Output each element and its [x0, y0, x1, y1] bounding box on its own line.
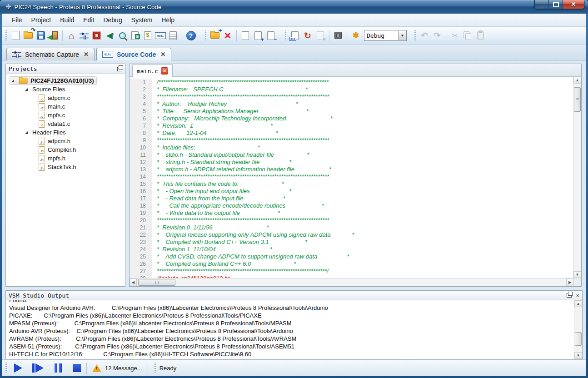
output-scroll-thumb[interactable]	[575, 332, 582, 346]
play-button[interactable]	[14, 362, 22, 374]
window-title: PIC24 Speech - Proteus 8 Professional - …	[15, 4, 162, 10]
tree-item-compiler-h[interactable]: .hCompiler.h	[6, 145, 125, 154]
stop-button[interactable]	[73, 362, 81, 374]
line-number: 23	[130, 239, 148, 246]
tree-item-mpfs-c[interactable]: .cmpfs.c	[6, 111, 125, 119]
menu-build[interactable]: Build	[55, 15, 79, 25]
file-tab-main-c[interactable]: main.c ✕	[132, 65, 173, 77]
save-design-icon[interactable]	[35, 30, 47, 42]
help-icon[interactable]: ?	[184, 30, 197, 42]
close-tab-icon[interactable]: ✕	[84, 51, 89, 58]
float-panel-icon[interactable]	[117, 67, 122, 71]
tree-item-mpfs-h[interactable]: .hmpfs.h	[6, 154, 125, 163]
clean-project-icon[interactable]: ✕	[314, 30, 327, 42]
tree-item-adpcm-c[interactable]: .cadpcm.c	[6, 94, 125, 102]
tree-item-main-c[interactable]: .cmain.c	[6, 102, 125, 111]
undo-icon[interactable]: ↶	[418, 30, 431, 42]
chevron-down-icon[interactable]: ▼	[398, 31, 406, 40]
maximize-button[interactable]	[549, 0, 563, 9]
fold-margin	[148, 275, 152, 278]
close-output-panel-icon[interactable]: ✕	[576, 292, 579, 298]
tree-item-source-files[interactable]: Source Files	[6, 85, 125, 94]
open-design-icon[interactable]: ↷	[22, 30, 35, 42]
schematic-capture-icon	[12, 50, 21, 58]
tree-item-stacktsk-h[interactable]: .hStackTsk.h	[6, 163, 125, 171]
scroll-up-icon[interactable]: ▲	[573, 77, 581, 84]
statusbar-separator	[86, 363, 87, 374]
vertical-scroll-thumb[interactable]	[574, 87, 581, 112]
home-icon[interactable]: ⌂	[65, 30, 78, 42]
code-line: 7* Revision: 1 *	[130, 122, 573, 129]
code-area[interactable]: 1/**************************************…	[130, 77, 573, 278]
code-line: 18* - Call the appropriate encode/decode…	[130, 202, 573, 209]
close-button[interactable]: ✕	[563, 0, 584, 9]
menu-project[interactable]: Project	[27, 15, 56, 25]
scroll-left-icon[interactable]: ◀	[130, 279, 137, 286]
scroll-down-icon[interactable]: ▼	[573, 271, 581, 278]
menu-help[interactable]: Help	[157, 15, 179, 25]
source-code-icon[interactable]: 0101	[154, 30, 167, 42]
tab-source-code[interactable]: 0101Source Code✕	[96, 48, 171, 60]
tab-schematic-capture[interactable]: Schematic Capture✕	[6, 48, 95, 60]
design-notes-icon[interactable]	[167, 30, 179, 42]
step-button[interactable]	[32, 362, 44, 374]
output-scroll-down-icon[interactable]: ▼	[574, 352, 582, 359]
code-text: * stdio.h - Standard input/output header…	[152, 151, 309, 159]
line-number: 5	[130, 108, 148, 115]
menu-edit[interactable]: Edit	[79, 15, 99, 25]
fold-margin	[148, 188, 152, 195]
scroll-right-icon[interactable]: ▶	[566, 279, 573, 286]
new-file-icon[interactable]	[239, 30, 252, 42]
tree-item-adpcm-h[interactable]: .hadpcm.h	[6, 137, 125, 145]
panel-splitter[interactable]	[2, 287, 586, 290]
output-vertical-scrollbar[interactable]: ▲ ▼	[574, 300, 582, 359]
horizontal-scroll-thumb[interactable]	[138, 279, 175, 286]
float-output-panel-icon[interactable]	[567, 293, 572, 298]
add-project-icon[interactable]: +	[209, 30, 221, 42]
tree-item-vdata1-c[interactable]: .cvdata1.c	[6, 119, 125, 128]
processor-icon[interactable]	[332, 30, 344, 42]
remove-file-icon[interactable]: −	[264, 30, 277, 42]
code-text: * Include files: *	[152, 144, 260, 151]
expander-icon[interactable]	[25, 88, 28, 91]
copy-icon[interactable]	[461, 30, 474, 42]
toolbar-separator	[347, 30, 347, 41]
editor-vertical-scrollbar[interactable]: ▲ ▼	[573, 77, 581, 278]
expander-icon[interactable]	[25, 131, 28, 134]
tree-item-header-files[interactable]: Header Files	[6, 128, 125, 137]
pause-button[interactable]	[54, 362, 63, 374]
code-line: 3***************************************…	[130, 93, 573, 100]
output-scroll-up-icon[interactable]: ▲	[574, 300, 582, 307]
line-number: 17	[130, 195, 148, 202]
settings-icon[interactable]: ✱	[349, 30, 362, 42]
add-file-icon[interactable]: +	[252, 30, 264, 42]
menu-debug[interactable]: Debug	[99, 15, 126, 25]
close-tab-icon[interactable]: ✕	[160, 51, 165, 58]
import-design-icon[interactable]: ◀	[47, 30, 60, 42]
rebuild-project-icon[interactable]: ↻	[301, 30, 314, 42]
paste-icon[interactable]	[474, 30, 487, 42]
build-project-icon[interactable]: 010	[289, 30, 301, 42]
folder-icon	[19, 78, 28, 84]
3d-visualizer-icon[interactable]: ◀▲	[103, 30, 116, 42]
output-log: Found:Visual Designer for Arduino AVR: C…	[6, 300, 574, 359]
editor-horizontal-scrollbar[interactable]: ◀ ▶	[130, 278, 581, 286]
expander-icon[interactable]	[11, 80, 14, 82]
menu-file[interactable]: File	[7, 15, 27, 25]
pcb-layout-icon[interactable]	[90, 30, 103, 42]
debug-configuration-select[interactable]: Debug▼	[364, 30, 407, 41]
tree-item-pic24fj128ga010-u3-[interactable]: PIC24FJ128GA010(U3)	[6, 76, 125, 85]
redo-icon[interactable]: ↷	[431, 30, 443, 42]
close-project-icon[interactable]: ✕	[221, 30, 234, 42]
schematic-capture-icon[interactable]	[78, 30, 90, 42]
close-file-icon[interactable]: ✕	[161, 67, 168, 75]
new-design-icon[interactable]	[9, 30, 22, 42]
messages-label[interactable]: 12 Message...	[105, 365, 142, 372]
netlist-compiler-icon[interactable]	[129, 30, 141, 42]
projects-tree[interactable]: PIC24FJ128GA010(U3)Source Files.cadpcm.c…	[6, 74, 125, 286]
bill-of-materials-icon[interactable]: $	[141, 30, 154, 42]
menu-system[interactable]: System	[127, 15, 157, 25]
design-explorer-icon[interactable]	[116, 30, 129, 42]
cut-icon[interactable]: ✂	[448, 30, 461, 42]
minimize-button[interactable]: –	[535, 0, 549, 9]
